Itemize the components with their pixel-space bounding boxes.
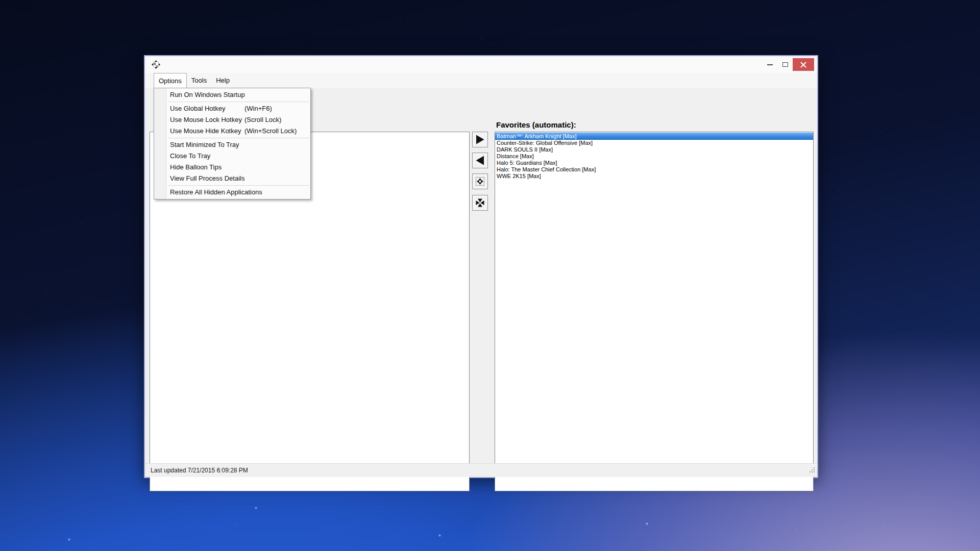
remove-from-favorites-button[interactable] bbox=[472, 153, 488, 168]
menu-item-hide-balloon-tips[interactable]: Hide Balloon Tips bbox=[154, 162, 310, 173]
titlebar[interactable]: B G bbox=[145, 56, 817, 73]
maximize-button[interactable] bbox=[777, 58, 793, 71]
close-icon bbox=[800, 62, 806, 68]
favorites-listbox[interactable]: Batman™: Arkham Knight [Max] Counter-Str… bbox=[495, 132, 814, 491]
favorites-item[interactable]: DARK SOULS II [Max] bbox=[495, 146, 813, 153]
arrows-outward-icon bbox=[475, 176, 485, 187]
menu-item-label: Restore All Hidden Applications bbox=[170, 188, 262, 196]
menu-item-run-on-windows-startup[interactable]: Run On Windows Startup bbox=[154, 89, 310, 101]
menu-item-label: Close To Tray bbox=[170, 152, 210, 160]
add-to-favorites-button[interactable] bbox=[472, 132, 488, 147]
menu-item-view-full-process-details[interactable]: View Full Process Details bbox=[154, 173, 310, 184]
menu-options-label: Options bbox=[159, 77, 182, 85]
make-borderless-button[interactable] bbox=[472, 173, 488, 189]
options-dropdown-menu: Run On Windows Startup Use Global Hotkey… bbox=[154, 88, 311, 199]
favorites-item[interactable]: WWE 2K15 [Max] bbox=[495, 173, 813, 180]
right-triangle-icon bbox=[475, 134, 485, 145]
menu-separator bbox=[168, 185, 309, 186]
close-button[interactable] bbox=[793, 58, 814, 71]
menu-item-label: Start Minimized To Tray bbox=[170, 141, 239, 148]
menu-item-shortcut: (Scroll Lock) bbox=[244, 114, 281, 126]
menu-item-label: Use Mouse Lock Hotkey bbox=[170, 116, 242, 123]
menu-help-label: Help bbox=[216, 77, 230, 84]
arrows-inward-icon bbox=[475, 197, 485, 208]
menu-item-label: Use Global Hotkey bbox=[170, 105, 225, 112]
menu-tools-label: Tools bbox=[191, 77, 207, 84]
favorites-item[interactable]: Counter-Strike: Global Offensive [Max] bbox=[495, 140, 813, 146]
borderless-gaming-window: B G Options Tools Help bbox=[144, 55, 818, 478]
menu-separator bbox=[168, 102, 309, 102]
favorites-item[interactable]: Halo 5: Guardians [Max] bbox=[495, 160, 813, 166]
favorites-item[interactable]: Halo: The Master Chief Collection [Max] bbox=[495, 166, 813, 173]
menu-item-label: Run On Windows Startup bbox=[170, 91, 245, 98]
menu-bar: Options Tools Help bbox=[145, 73, 817, 88]
svg-text:G: G bbox=[156, 65, 158, 68]
menu-item-start-minimized-to-tray[interactable]: Start Minimized To Tray bbox=[154, 139, 310, 151]
menu-item-restore-all-hidden-applications[interactable]: Restore All Hidden Applications bbox=[154, 187, 310, 198]
caption-buttons bbox=[762, 58, 814, 71]
restore-window-size-button[interactable] bbox=[472, 195, 488, 211]
menu-separator bbox=[168, 138, 309, 138]
menu-item-shortcut: (Win+F6) bbox=[244, 103, 272, 114]
menu-item-label: View Full Process Details bbox=[170, 174, 244, 182]
favorites-label: Favorites (automatic): bbox=[496, 120, 576, 129]
wallpaper-stars bbox=[0, 0, 1, 1]
app-icon[interactable]: B G bbox=[152, 60, 160, 69]
maximize-icon bbox=[782, 62, 788, 67]
status-text: Last updated 7/21/2015 6:09:28 PM bbox=[151, 467, 248, 474]
menu-item-use-mouse-hide-kotkey[interactable]: Use Mouse Hide Kotkey (Win+Scroll Lock) bbox=[154, 126, 310, 137]
favorites-item[interactable]: Batman™: Arkham Knight [Max] bbox=[495, 133, 813, 140]
menu-options[interactable]: Options bbox=[154, 73, 187, 88]
menu-item-use-mouse-lock-hotkey[interactable]: Use Mouse Lock Hotkey (Scroll Lock) bbox=[154, 114, 310, 126]
minimize-icon bbox=[767, 64, 773, 65]
left-triangle-icon bbox=[475, 155, 485, 166]
menu-help[interactable]: Help bbox=[211, 73, 234, 88]
status-bar: Last updated 7/21/2015 6:09:28 PM bbox=[145, 463, 817, 477]
resize-grip-icon[interactable] bbox=[809, 466, 816, 475]
menu-item-shortcut: (Win+Scroll Lock) bbox=[244, 126, 297, 137]
menu-tools[interactable]: Tools bbox=[187, 73, 211, 88]
menu-item-close-to-tray[interactable]: Close To Tray bbox=[154, 151, 310, 162]
menu-item-use-global-hotkey[interactable]: Use Global Hotkey (Win+F6) bbox=[154, 103, 310, 114]
favorites-item[interactable]: Distance [Max] bbox=[495, 153, 813, 160]
menu-item-label: Use Mouse Hide Kotkey bbox=[170, 127, 241, 135]
minimize-button[interactable] bbox=[762, 58, 777, 71]
menu-item-label: Hide Balloon Tips bbox=[170, 163, 222, 171]
